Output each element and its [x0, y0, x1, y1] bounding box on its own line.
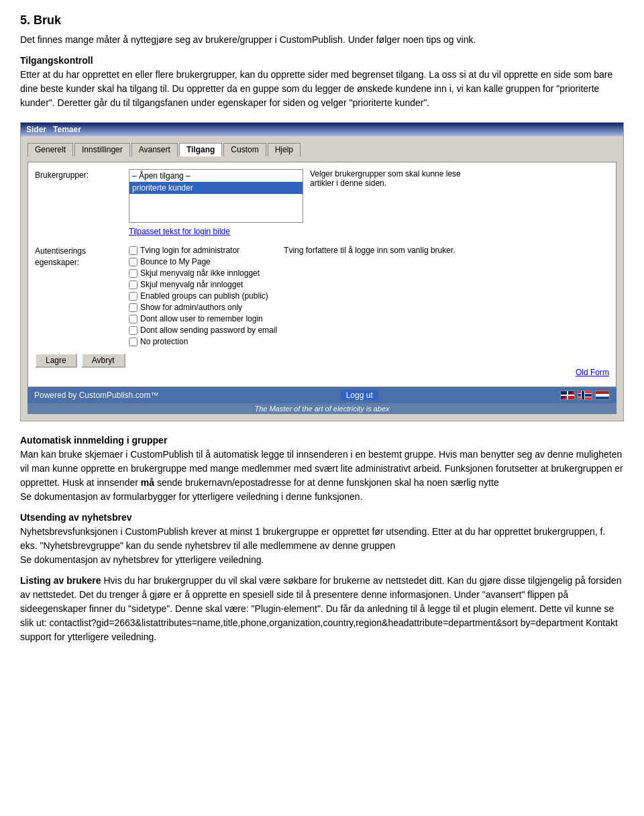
checkbox-enabled-groups: Enabled groups can publish (public) [129, 291, 277, 301]
flag-netherlands[interactable] [595, 391, 610, 400]
lagre-button[interactable]: Lagre [35, 353, 77, 368]
tab-generelt[interactable]: Generelt [28, 143, 73, 156]
tab-bar: Generelt Innstillinger Avansert Tilgang … [28, 143, 616, 156]
tilgangskontroll-body: Etter at du har opprettet en eller flere… [20, 69, 612, 108]
section-title: Bruk [34, 13, 61, 27]
checkbox-dont-send-label: Dont allow sending password by email [140, 325, 277, 335]
checkbox-bounce-label: Bounce to My Page [140, 257, 211, 266]
old-form-link[interactable]: Old Form [576, 368, 609, 377]
footer-flags [560, 391, 610, 400]
ui-inner: Generelt Innstillinger Avansert Tilgang … [21, 136, 623, 421]
checkbox-skjul-ikke: Skjul menyvalg når ikke innlogget [129, 268, 277, 278]
tilpasset-link[interactable]: Tilpasset tekst for login bilde [129, 227, 230, 236]
footer-text: Powered by CustomPublish.com™ [34, 391, 158, 400]
brukergrupper-desc: Velger brukergrupper som skal kunne lese… [310, 169, 484, 188]
checkbox-dont-remember-input[interactable] [129, 315, 138, 323]
tilgangskontroll-section: Tilgangskontroll Etter at du har opprett… [20, 54, 624, 110]
utsending-body: Nyhetsbrevsfunksjonen i CustomPublish kr… [20, 526, 605, 565]
checkbox-skjul-inn: Skjul menyvalg når innlogget [129, 280, 277, 289]
listing-section: Listing av brukere Hvis du har brukergru… [20, 574, 624, 644]
ui-titlebar: Sider Temaer [21, 123, 623, 136]
brukergrupper-label: Brukergrupper: [35, 169, 129, 180]
listing-body: Hvis du har brukergrupper du vil skal væ… [20, 575, 621, 642]
flag-uk[interactable] [560, 391, 575, 400]
tab-innstillinger[interactable]: Innstillinger [74, 143, 130, 156]
automatisk-section: Automatisk innmelding i grupper Man kan … [20, 434, 624, 504]
checkbox-show-admin: Show for admin/authors only [129, 303, 277, 312]
checkbox-no-protection: No protection [129, 337, 277, 346]
checkbox-bounce-input[interactable] [129, 258, 138, 266]
checkbox-skjul-inn-input[interactable] [129, 280, 138, 289]
checkboxes-list: Tving login for administrator Bounce to … [129, 246, 277, 346]
tab-avansert[interactable]: Avansert [131, 143, 178, 156]
brukergrupper-listbox-wrapper: – Åpen tilgang – prioriterte kunder Tilp… [129, 169, 303, 240]
auth-desc: Tving forfattere til å logge inn som van… [284, 246, 455, 255]
auth-section: Autentiserings egenskaper: Tving login f… [35, 246, 609, 346]
section-heading: 5. Bruk [20, 13, 624, 28]
brukergrupper-listbox[interactable]: – Åpen tilgang – prioriterte kunder [129, 169, 303, 223]
checkbox-enabled-groups-input[interactable] [129, 292, 138, 301]
avbryt-button[interactable]: Avbryt [81, 353, 125, 368]
tab-content: Brukergrupper: – Åpen tilgang – priorite… [28, 162, 616, 387]
automatisk-body: Man kan bruke skjemaer i CustomPublish t… [20, 449, 623, 502]
checkbox-no-protection-label: No protection [140, 337, 188, 346]
ui-screenshot: Sider Temaer Generelt Innstillinger Avan… [20, 122, 624, 421]
utsending-title: Utsending av nyhetsbrev [20, 512, 132, 523]
flag-norway[interactable] [578, 391, 592, 400]
tab-tilgang[interactable]: Tilgang [179, 143, 222, 156]
utsending-section: Utsending av nyhetsbrev Nyhetsbrevsfunks… [20, 511, 624, 567]
button-row: Lagre Avbryt [35, 353, 609, 368]
heading-intro: Det finnes mange måter å nyttegjøre seg … [20, 33, 624, 47]
tilgangskontroll-title: Tilgangskontroll [20, 55, 93, 66]
tab-custom[interactable]: Custom [223, 143, 266, 156]
tab-hjelp[interactable]: Hjelp [268, 143, 301, 156]
checkbox-bounce: Bounce to My Page [129, 257, 277, 266]
checkbox-tving-admin: Tving login for administrator [129, 246, 277, 255]
titlebar-tab-sider[interactable]: Sider [26, 125, 46, 134]
listbox-item-open[interactable]: – Åpen tilgang – [129, 170, 303, 182]
brukergrupper-row: Brukergrupper: – Åpen tilgang – priorite… [35, 169, 609, 240]
footer-powered: Powered by CustomPublish.com™ [34, 391, 158, 400]
ui-footer: Powered by CustomPublish.com™ Logg ut [28, 387, 616, 403]
titlebar-tab-temaer[interactable]: Temaer [53, 125, 81, 134]
tilpasset-row: Tilpasset tekst for login bilde [129, 227, 303, 236]
checkbox-skjul-inn-label: Skjul menyvalg når innlogget [140, 280, 243, 289]
checkbox-dont-send: Dont allow sending password by email [129, 325, 277, 335]
listbox-item-prioriterte[interactable]: prioriterte kunder [129, 182, 303, 194]
auth-label: Autentiserings egenskaper: [35, 246, 129, 268]
checkbox-dont-remember: Dont allow user to remember login [129, 314, 277, 323]
checkbox-skjul-ikke-input[interactable] [129, 269, 138, 278]
footer-logout[interactable]: Logg ut [341, 390, 378, 401]
automatisk-title: Automatisk innmelding i grupper [20, 435, 167, 446]
ui-footer-sub: The Master of the art of electricity is … [28, 403, 616, 414]
checkbox-dont-send-input[interactable] [129, 326, 138, 335]
checkbox-tving-admin-label: Tving login for administrator [140, 246, 239, 255]
checkbox-skjul-ikke-label: Skjul menyvalg når ikke innlogget [140, 268, 260, 278]
checkbox-tving-admin-input[interactable] [129, 246, 138, 255]
listing-title: Listing av brukere [20, 575, 101, 586]
checkbox-enabled-groups-label: Enabled groups can publish (public) [140, 291, 268, 301]
section-number: 5. [20, 13, 30, 27]
old-form-row: Old Form [35, 368, 609, 377]
checkbox-show-admin-label: Show for admin/authors only [140, 303, 242, 312]
checkbox-show-admin-input[interactable] [129, 303, 138, 312]
checkbox-dont-remember-label: Dont allow user to remember login [140, 314, 263, 323]
checkbox-no-protection-input[interactable] [129, 338, 138, 346]
